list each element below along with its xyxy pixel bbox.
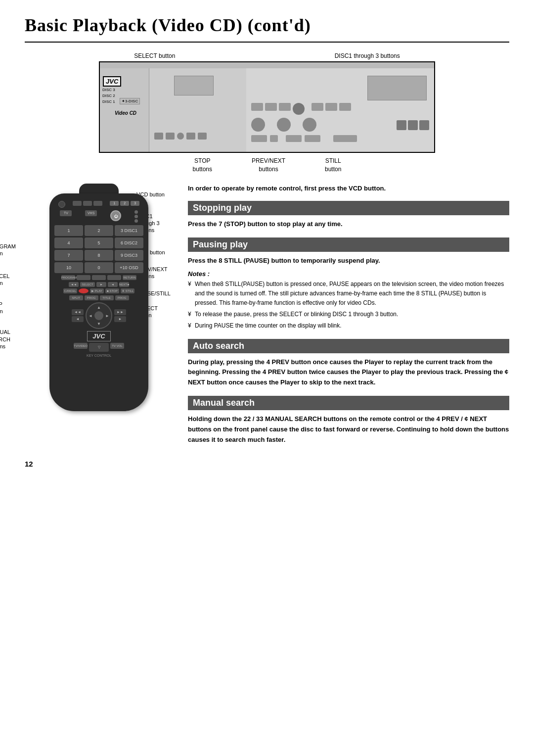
btn-9[interactable]: 9 DISC3 [115, 250, 143, 261]
right-buttons-bottom [251, 135, 357, 142]
label-stop-remote: STOPbutton [0, 301, 16, 315]
label-manual-search: MANUALSEARCHbuttons [0, 329, 16, 350]
label-program: PROGRAMbutton [0, 243, 16, 257]
disc-badge: ✦3-DISC [120, 98, 140, 104]
right-buttons-row3 [397, 120, 429, 130]
btn-3[interactable]: 3 DISC1 [115, 225, 143, 236]
disc-labels: DISC 3 DISC 2 DISC 1 [102, 87, 115, 105]
right-buttons-row2 [251, 118, 316, 132]
center-display [174, 76, 214, 95]
pausing-header: Pausing play [188, 237, 509, 252]
btn-8[interactable]: 8 [85, 250, 113, 261]
manual-search-header: Manual search [188, 396, 509, 410]
label-stop: STOP buttons [193, 157, 212, 174]
device-center [149, 68, 248, 152]
disc-buttons-top: 1 2 3 [110, 201, 139, 208]
page-title: Basic Playback (Video CD) (cont'd) [25, 15, 509, 36]
label-disc-buttons: DISC1 through 3 buttons [335, 52, 400, 59]
manual-right-buttons: ►► ► [114, 309, 126, 322]
directional-pad[interactable]: ▲ ▼ ◄ ► [86, 302, 112, 329]
number-grid: 1 2 3 DISC1 4 5 6 DISC2 7 8 9 DISC3 10 0… [54, 225, 143, 273]
manual-left-buttons: ◄◄ ◄ [72, 309, 84, 322]
callout-labels-bottom: STOP buttons PREV/NEXT buttons STILL but… [25, 157, 509, 174]
callout-labels-top: SELECT button DISC1 through 3 buttons [25, 52, 509, 59]
auto-search-header: Auto search [188, 339, 509, 353]
device-diagram: SELECT button DISC1 through 3 buttons JV… [25, 52, 509, 174]
btn-1[interactable]: 1 [54, 225, 83, 236]
main-content: VCD button DISC1through 3buttons OSD but… [25, 184, 509, 445]
dot-buttons [134, 210, 138, 223]
remote-top-row: 1 2 3 [54, 201, 143, 208]
btn-4[interactable]: 4 [54, 237, 83, 248]
remote-left-labels: PROGRAMbutton CANCELbutton STOPbutton MA… [0, 243, 16, 350]
auto-search-body: During play, pressing the 4 PREV button … [188, 357, 509, 388]
label-cancel: CANCELbutton [0, 273, 16, 287]
remote-jvc-brand: JVC [54, 332, 143, 340]
key-control-label: KEY CONTROL [54, 354, 143, 357]
btn-7[interactable]: 7 [54, 250, 83, 261]
btn-6[interactable]: 6 DISC2 [115, 237, 143, 248]
btn-0[interactable]: 0 [85, 262, 113, 273]
page-number: 12 [25, 460, 509, 468]
top-buttons-row [73, 201, 102, 208]
label-select-button: SELECT button [134, 52, 175, 59]
btn-10[interactable]: 10 [54, 262, 83, 273]
btn-plus10[interactable]: +10 OSD [115, 262, 143, 273]
btn-5[interactable]: 5 [85, 237, 113, 248]
device-illustration: JVC DISC 3 DISC 2 DISC 1 Video CD ✦3-DIS… [99, 61, 435, 153]
manual-search-body: Holding down the 22 / 33 MANUAL SEARCH b… [188, 414, 509, 445]
left-column: VCD button DISC1through 3buttons OSD but… [25, 184, 173, 445]
remote-body: 1 2 3 TV VHS ⏻ [49, 193, 148, 411]
stopping-body: Press the 7 (STOP) button to stop play a… [188, 219, 509, 230]
stopping-header: Stopping play [188, 201, 509, 215]
device-screen [367, 76, 427, 100]
note-2: To release the pause, press the SELECT o… [188, 310, 509, 319]
notes-label: Notes : [188, 270, 509, 278]
function-row: PROGRAM RETURN [54, 275, 143, 280]
remote-second-row: TV VHS ⏻ [54, 210, 143, 223]
right-buttons-row1 [251, 103, 351, 115]
ir-emitter [58, 201, 65, 208]
bottom-function-row: TV/VIDEO ▽ TV VOL [54, 343, 143, 352]
transport-buttons [154, 133, 207, 140]
tracking-row: ◄◄ SELECT ► ◄ NEXT► [54, 282, 143, 287]
right-column: In order to operate by remote control, f… [188, 184, 509, 445]
nav-row: SPLIT PROG TITLE PROG [54, 295, 143, 300]
intro-text: In order to operate by remote control, f… [188, 184, 509, 193]
device-right [246, 68, 434, 152]
jvc-logo: JVC [103, 76, 121, 87]
note-1: When the8 STILL(PAUSE) button is pressed… [188, 280, 509, 308]
videocd-label: Video CD [115, 110, 136, 116]
search-directional: ◄◄ ◄ ▲ ▼ ◄ ► ►► ► [54, 302, 143, 329]
cancel-row: CANCEL ▶ PLAY ■ STOP ⏸ STILL [54, 288, 143, 293]
btn-2[interactable]: 2 [85, 225, 113, 236]
label-prevnext: PREV/NEXT buttons [252, 157, 285, 174]
remote-container: VCD button DISC1through 3buttons OSD but… [30, 184, 168, 411]
note-3: During PAUSE the time counter on the dis… [188, 321, 509, 331]
pausing-body: Press the 8 STILL (PAUSE) button to temp… [188, 256, 509, 266]
label-still: STILL button [325, 157, 341, 174]
title-divider [25, 42, 509, 43]
